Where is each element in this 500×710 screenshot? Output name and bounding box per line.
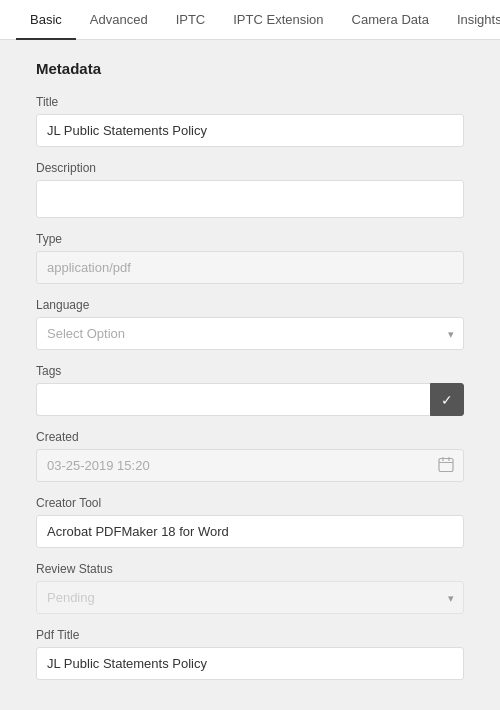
tab-iptc[interactable]: IPTC — [162, 0, 220, 39]
created-input — [36, 449, 464, 482]
type-field-group: Type — [36, 232, 464, 284]
checkmark-icon: ✓ — [441, 392, 453, 408]
review-status-label: Review Status — [36, 562, 464, 576]
type-label: Type — [36, 232, 464, 246]
tab-basic[interactable]: Basic — [16, 0, 76, 39]
created-field-group: Created — [36, 430, 464, 482]
language-select[interactable]: Select Option English French Spanish Ger… — [36, 317, 464, 350]
pdf-title-label: Pdf Title — [36, 628, 464, 642]
tags-confirm-button[interactable]: ✓ — [430, 383, 464, 416]
title-field-group: Title — [36, 95, 464, 147]
language-select-wrapper: Select Option English French Spanish Ger… — [36, 317, 464, 350]
language-field-group: Language Select Option English French Sp… — [36, 298, 464, 350]
title-input[interactable] — [36, 114, 464, 147]
language-label: Language — [36, 298, 464, 312]
tab-advanced[interactable]: Advanced — [76, 0, 162, 39]
tags-input[interactable] — [36, 383, 430, 416]
review-status-field-group: Review Status Pending Approved Rejected … — [36, 562, 464, 614]
tags-label: Tags — [36, 364, 464, 378]
creator-tool-label: Creator Tool — [36, 496, 464, 510]
tab-insights[interactable]: Insights — [443, 0, 500, 39]
main-content: Metadata Title Description Type Language… — [0, 40, 500, 710]
description-input[interactable] — [36, 180, 464, 218]
description-label: Description — [36, 161, 464, 175]
review-status-select-wrapper: Pending Approved Rejected ▾ — [36, 581, 464, 614]
description-field-group: Description — [36, 161, 464, 218]
review-status-select: Pending Approved Rejected — [36, 581, 464, 614]
creator-tool-field-group: Creator Tool — [36, 496, 464, 548]
section-title: Metadata — [36, 60, 464, 77]
tab-iptc-extension[interactable]: IPTC Extension — [219, 0, 337, 39]
pdf-title-field-group: Pdf Title — [36, 628, 464, 680]
tags-wrapper: ✓ — [36, 383, 464, 416]
title-label: Title — [36, 95, 464, 109]
tab-camera-data[interactable]: Camera Data — [338, 0, 443, 39]
tags-field-group: Tags ✓ — [36, 364, 464, 416]
created-label: Created — [36, 430, 464, 444]
creator-tool-input[interactable] — [36, 515, 464, 548]
tab-bar: Basic Advanced IPTC IPTC Extension Camer… — [0, 0, 500, 40]
created-date-wrapper — [36, 449, 464, 482]
type-input — [36, 251, 464, 284]
pdf-title-input[interactable] — [36, 647, 464, 680]
